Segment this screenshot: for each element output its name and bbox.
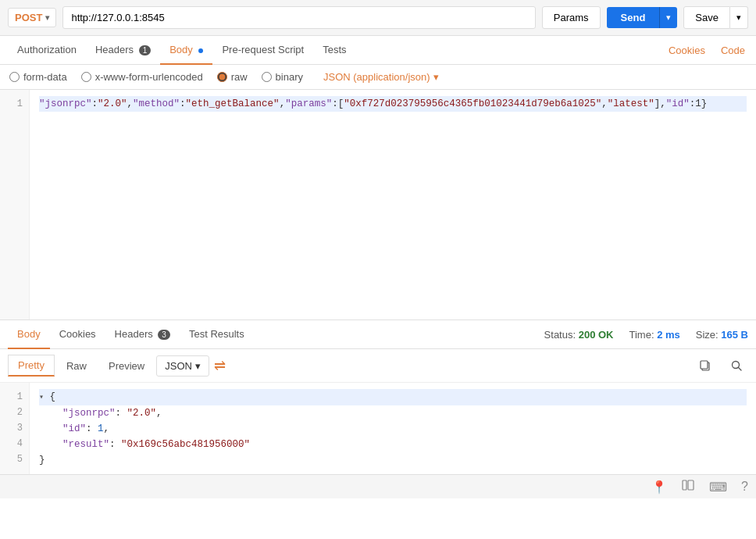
status-label: Status: 200 OK xyxy=(544,329,614,341)
keyboard-icon[interactable]: ⌨ xyxy=(709,480,727,494)
save-dropdown-button[interactable]: ▾ xyxy=(730,6,748,29)
status-bar: 📍 ⌨ ? xyxy=(0,474,756,498)
urlencoded-radio[interactable]: x-www-form-urlencoded xyxy=(81,71,203,83)
response-tab-body[interactable]: Body xyxy=(8,320,50,349)
send-button[interactable]: Send xyxy=(607,7,660,28)
code-link[interactable]: Code xyxy=(718,37,748,64)
response-toolbar: Pretty Raw Preview JSON ▾ ⇌ xyxy=(0,349,756,383)
response-editor: 1 2 3 4 5 ▾ { "jsonrpc": "2.0", "id": 1,… xyxy=(0,383,756,474)
response-line-5: } xyxy=(39,452,747,468)
pretty-view-button[interactable]: Pretty xyxy=(8,355,55,377)
params-button[interactable]: Params xyxy=(542,6,601,29)
help-icon[interactable]: ? xyxy=(741,480,748,494)
method-label: POST xyxy=(15,12,42,23)
method-chevron-icon: ▾ xyxy=(45,13,49,22)
response-tab-cookies[interactable]: Cookies xyxy=(50,320,105,349)
columns-icon[interactable] xyxy=(681,478,695,495)
filter-icon[interactable]: ⇌ xyxy=(214,357,226,374)
response-headers-badge: 3 xyxy=(158,330,170,340)
toolbar-right-icons xyxy=(694,354,748,377)
send-dropdown-button[interactable]: ▾ xyxy=(659,7,677,28)
search-icon[interactable] xyxy=(725,354,748,377)
response-line-1: ▾ { xyxy=(39,389,747,405)
request-tab-bar: Authorization Headers 1 Body Pre-request… xyxy=(0,36,756,65)
request-line-1: "jsonrpc":"2.0","method":"eth_getBalance… xyxy=(39,96,747,112)
body-type-bar: form-data x-www-form-urlencoded raw bina… xyxy=(0,65,756,90)
raw-view-button[interactable]: Raw xyxy=(56,355,97,377)
json-format-chevron-icon: ▾ xyxy=(433,71,439,83)
headers-badge: 1 xyxy=(139,45,152,55)
tab-bar-right-links: Cookies Code xyxy=(665,37,748,64)
send-button-group: Send ▾ xyxy=(607,7,678,28)
request-line-numbers: 1 xyxy=(0,90,30,319)
request-editor-content[interactable]: "jsonrpc":"2.0","method":"eth_getBalance… xyxy=(30,90,756,319)
response-format-label: JSON xyxy=(165,360,192,372)
size-label: Size: 165 B xyxy=(696,329,748,341)
save-button[interactable]: Save xyxy=(683,6,730,29)
request-editor: 1 "jsonrpc":"2.0","method":"eth_getBalan… xyxy=(0,90,756,320)
response-tab-bar: Body Cookies Headers 3 Test Results Stat… xyxy=(0,320,756,349)
cookies-link[interactable]: Cookies xyxy=(665,37,708,64)
top-bar: POST ▾ Params Send ▾ Save ▾ xyxy=(0,0,756,36)
size-value: 165 B xyxy=(721,329,748,341)
response-line-4: "result": "0x169c56abc481956000" xyxy=(39,437,747,452)
body-dot xyxy=(198,48,203,53)
tab-tests[interactable]: Tests xyxy=(313,36,355,65)
time-value: 2 ms xyxy=(657,329,680,341)
form-data-radio[interactable]: form-data xyxy=(9,71,67,83)
response-line-2: "jsonrpc": "2.0", xyxy=(39,405,747,421)
response-format-chevron-icon: ▾ xyxy=(195,360,201,372)
tab-headers[interactable]: Headers 1 xyxy=(86,36,160,65)
url-input[interactable] xyxy=(62,6,535,29)
raw-radio[interactable]: raw xyxy=(217,71,248,83)
response-tab-test-results[interactable]: Test Results xyxy=(180,320,254,349)
response-section: Body Cookies Headers 3 Test Results Stat… xyxy=(0,320,756,474)
svg-rect-4 xyxy=(683,480,686,490)
save-button-group: Save ▾ xyxy=(683,6,748,29)
response-tab-headers[interactable]: Headers 3 xyxy=(105,320,180,349)
time-label: Time: 2 ms xyxy=(629,329,680,341)
svg-rect-1 xyxy=(701,361,708,369)
binary-radio[interactable]: binary xyxy=(262,71,303,83)
copy-icon[interactable] xyxy=(694,354,717,377)
response-json-format-selector[interactable]: JSON ▾ xyxy=(156,355,209,377)
status-value: 200 OK xyxy=(579,329,614,341)
svg-line-3 xyxy=(739,368,742,371)
svg-rect-5 xyxy=(688,480,694,490)
response-editor-content[interactable]: ▾ { "jsonrpc": "2.0", "id": 1, "result":… xyxy=(30,383,756,474)
response-status-bar: Status: 200 OK Time: 2 ms Size: 165 B xyxy=(544,329,748,341)
json-format-selector[interactable]: JSON (application/json) ▾ xyxy=(323,71,439,83)
tab-authorization[interactable]: Authorization xyxy=(8,36,86,65)
response-line-numbers: 1 2 3 4 5 xyxy=(0,383,30,474)
json-format-label: JSON (application/json) xyxy=(323,71,430,83)
response-line-3: "id": 1, xyxy=(39,421,747,437)
tab-pre-request[interactable]: Pre-request Script xyxy=(212,36,313,65)
pin-icon[interactable]: 📍 xyxy=(651,480,667,494)
method-selector[interactable]: POST ▾ xyxy=(8,8,56,27)
preview-view-button[interactable]: Preview xyxy=(98,355,155,377)
tab-body[interactable]: Body xyxy=(160,36,212,65)
